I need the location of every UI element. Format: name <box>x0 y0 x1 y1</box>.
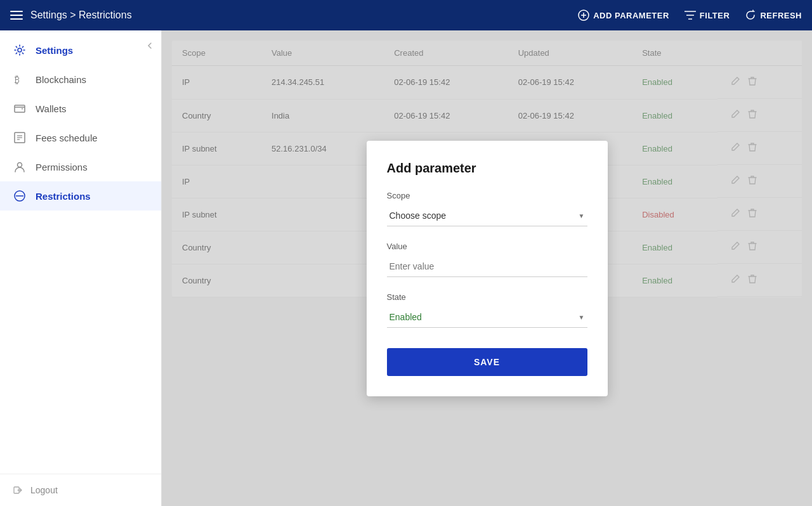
sidebar-item-wallets[interactable]: Wallets <box>0 94 161 123</box>
svg-point-6 <box>18 48 22 52</box>
state-label: State <box>387 292 587 302</box>
scope-select[interactable]: Choose scope IP Country IP subnet <box>387 205 587 226</box>
gear-icon <box>13 43 27 57</box>
state-select[interactable]: Enabled Disabled <box>387 307 587 328</box>
sidebar-item-blockchains-label: Blockchains <box>36 74 86 85</box>
state-select-wrapper: Enabled Disabled <box>387 307 587 328</box>
svg-text:₿: ₿ <box>15 74 20 85</box>
modal-title: Add parameter <box>387 161 587 176</box>
navbar-title: Settings > Restrictions <box>30 10 570 21</box>
restrictions-icon <box>13 189 27 203</box>
logout-button[interactable]: Logout <box>13 484 148 496</box>
sidebar-footer: Logout <box>0 474 161 506</box>
sidebar-item-fees[interactable]: Fees schedule <box>0 123 161 152</box>
refresh-button[interactable]: REFRESH <box>745 10 802 21</box>
modal-overlay: Add parameter Scope Choose scope IP Coun… <box>162 30 812 506</box>
logout-label: Logout <box>30 485 58 495</box>
sidebar: Settings ₿ Blockchains <box>0 30 162 506</box>
sidebar-item-settings-label: Settings <box>36 45 73 56</box>
value-input[interactable] <box>387 256 587 277</box>
main-content: Scope Value Created Updated State IP 214… <box>162 30 812 506</box>
add-parameter-button[interactable]: ADD PARAMETER <box>578 10 669 21</box>
sidebar-nav: Settings ₿ Blockchains <box>0 30 161 474</box>
svg-rect-8 <box>15 105 25 112</box>
filter-icon <box>684 11 696 20</box>
scope-select-wrapper: Choose scope IP Country IP subnet <box>387 205 587 226</box>
value-form-group: Value <box>387 242 587 277</box>
fees-icon <box>13 131 27 145</box>
bitcoin-icon: ₿ <box>13 72 27 86</box>
sidebar-item-permissions-label: Permissions <box>36 162 88 172</box>
scope-form-group: Scope Choose scope IP Country IP subnet <box>387 191 587 226</box>
add-parameter-modal: Add parameter Scope Choose scope IP Coun… <box>367 141 608 396</box>
refresh-icon <box>745 10 756 21</box>
wallet-icon <box>13 101 27 115</box>
sidebar-item-settings[interactable]: Settings <box>0 36 161 65</box>
permissions-icon <box>13 160 27 174</box>
logout-icon <box>13 484 24 496</box>
sidebar-item-restrictions[interactable]: Restrictions <box>0 181 161 211</box>
sidebar-collapse-button[interactable] <box>146 41 154 52</box>
sidebar-item-restrictions-label: Restrictions <box>36 191 91 202</box>
value-label: Value <box>387 242 587 251</box>
save-button[interactable]: SAVE <box>387 348 587 376</box>
sidebar-item-fees-label: Fees schedule <box>36 133 98 143</box>
sidebar-item-wallets-label: Wallets <box>36 103 67 114</box>
sidebar-item-blockchains[interactable]: ₿ Blockchains <box>0 65 161 94</box>
state-form-group: State Enabled Disabled <box>387 292 587 328</box>
navbar-actions: ADD PARAMETER FILTER REFRESH <box>578 10 802 21</box>
hamburger-icon[interactable] <box>10 11 23 20</box>
navbar: Settings > Restrictions ADD PARAMETER FI… <box>0 0 812 30</box>
scope-label: Scope <box>387 191 587 200</box>
svg-point-13 <box>18 163 22 167</box>
filter-button[interactable]: FILTER <box>684 11 730 20</box>
sidebar-item-permissions[interactable]: Permissions <box>0 152 161 181</box>
add-icon <box>578 10 589 21</box>
